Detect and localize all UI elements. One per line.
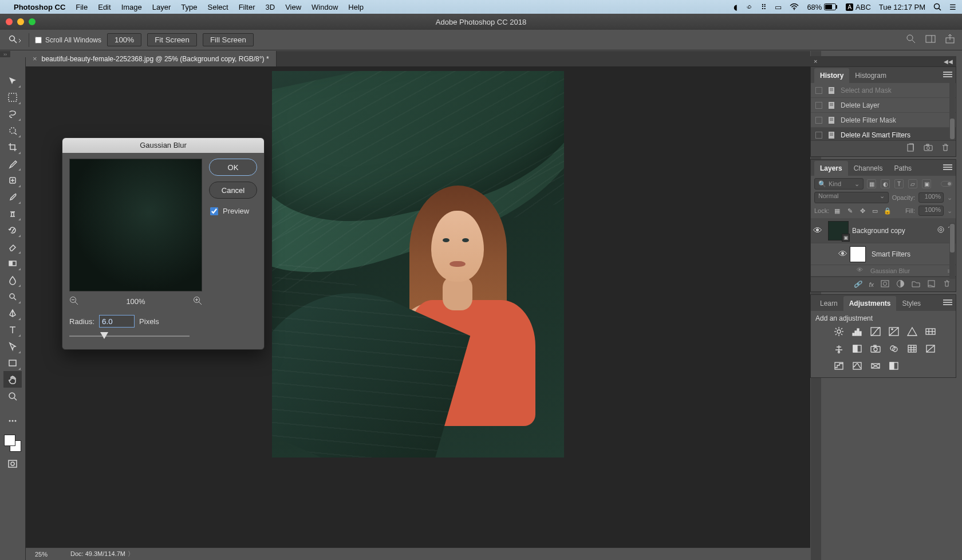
filter-type-icon[interactable]: T: [894, 179, 904, 188]
statusbar-dropbox-icon[interactable]: ⠿: [761, 3, 767, 11]
panel-menu-icon[interactable]: [943, 298, 952, 305]
radius-slider[interactable]: [69, 332, 190, 340]
tab-histogram[interactable]: Histogram: [849, 68, 892, 83]
fill-input[interactable]: 100%: [918, 206, 944, 216]
smart-filter-entry[interactable]: 👁 Gaussian Blur ≡: [811, 265, 956, 277]
statusbar-wifi-icon[interactable]: [790, 3, 799, 10]
link-layers-icon[interactable]: 🔗: [854, 281, 862, 288]
menu-layer[interactable]: Layer: [152, 3, 171, 11]
tab-styles[interactable]: Styles: [896, 296, 926, 311]
history-brush-tool[interactable]: [3, 222, 22, 238]
history-brush-source-checkbox[interactable]: [815, 132, 822, 139]
eyedropper-tool[interactable]: [3, 155, 22, 172]
new-layer-icon[interactable]: [927, 279, 936, 289]
scroll-all-windows-checkbox[interactable]: Scroll All Windows: [35, 36, 101, 44]
filter-pixel-icon[interactable]: ▦: [867, 179, 876, 188]
menu-filter[interactable]: Filter: [239, 3, 255, 11]
menu-help[interactable]: Help: [348, 3, 364, 11]
crop-tool[interactable]: [3, 139, 22, 155]
panel-group-collapse-icon[interactable]: ◀◀: [944, 58, 953, 65]
history-item[interactable]: Select and Mask: [811, 83, 956, 98]
gradient-tool[interactable]: [3, 255, 22, 271]
healing-brush-tool[interactable]: [3, 172, 22, 188]
history-brush-source-checkbox[interactable]: [815, 102, 822, 109]
window-close-button[interactable]: [6, 18, 13, 25]
statusbar-cc-icon[interactable]: ꩜: [746, 3, 753, 11]
tab-learn[interactable]: Learn: [814, 296, 843, 311]
menu-edit[interactable]: Edit: [98, 3, 111, 11]
history-new-doc-icon[interactable]: [906, 143, 916, 155]
adj-channel-mixer-icon[interactable]: [888, 343, 900, 354]
edit-toolbar-icon[interactable]: [3, 412, 22, 429]
document-tab-close-icon[interactable]: ×: [33, 54, 37, 63]
filter-visibility-icon[interactable]: 👁: [857, 266, 866, 275]
history-snapshot-icon[interactable]: [924, 143, 933, 155]
adj-photo-filter-icon[interactable]: [869, 343, 882, 354]
layer-thumbnail[interactable]: ▣: [828, 221, 849, 240]
history-item[interactable]: Delete Layer: [811, 98, 956, 113]
status-zoom[interactable]: 25%: [35, 551, 48, 558]
panel-group-close-icon[interactable]: ×: [814, 58, 817, 65]
delete-layer-icon[interactable]: [943, 279, 951, 289]
opacity-input[interactable]: 100%: [918, 192, 944, 203]
blur-preview-thumbnail[interactable]: [69, 159, 202, 291]
adj-levels-icon[interactable]: [851, 326, 864, 337]
statusbar-airplay-icon[interactable]: ▭: [775, 3, 782, 11]
adj-brightness-icon[interactable]: [833, 326, 845, 337]
tab-paths[interactable]: Paths: [888, 161, 917, 176]
fill-screen-button[interactable]: Fill Screen: [203, 33, 254, 46]
layer-visibility-toggle[interactable]: 👁: [811, 226, 825, 236]
cancel-button[interactable]: Cancel: [209, 182, 257, 199]
history-scrollbar[interactable]: [949, 83, 955, 140]
layers-scrollbar[interactable]: [949, 223, 955, 279]
new-group-icon[interactable]: [912, 279, 920, 289]
hand-tool[interactable]: [3, 371, 22, 388]
history-item[interactable]: Delete All Smart Filters: [811, 128, 956, 140]
adj-curves-icon[interactable]: [869, 326, 882, 337]
lock-artboard-icon[interactable]: ▭: [870, 206, 880, 215]
adj-hue-icon[interactable]: [924, 326, 937, 337]
tab-history[interactable]: History: [814, 68, 849, 83]
statusbar-spotlight-icon[interactable]: [933, 3, 941, 11]
type-tool[interactable]: [3, 321, 22, 338]
lock-transparent-icon[interactable]: ▦: [833, 206, 842, 215]
menu-view[interactable]: View: [285, 3, 301, 11]
menu-file[interactable]: File: [76, 3, 88, 11]
layer-fx-icon[interactable]: fx: [869, 281, 874, 288]
blend-mode-select[interactable]: Normal⌄: [814, 192, 889, 203]
preview-zoom-in-icon[interactable]: [193, 296, 202, 307]
adj-color-lookup-icon[interactable]: [906, 343, 918, 354]
document-tab[interactable]: × beautiful-beauty-female-2252368.jpg @ …: [26, 51, 277, 66]
quick-select-tool[interactable]: [3, 122, 22, 139]
tab-adjustments[interactable]: Adjustments: [843, 296, 897, 311]
lock-all-icon[interactable]: 🔒: [883, 206, 892, 215]
smart-filters-mask-thumbnail[interactable]: [850, 246, 866, 262]
adj-selective-color-icon[interactable]: [888, 360, 900, 372]
preview-checkbox[interactable]: Preview: [210, 207, 257, 215]
zoom-level-button[interactable]: 100%: [107, 33, 141, 46]
window-zoom-button[interactable]: [29, 18, 36, 25]
status-doc-size[interactable]: Doc: 49.3M/114.7M〉: [70, 550, 134, 558]
adj-posterize-icon[interactable]: [833, 360, 845, 372]
statusbar-menu-icon[interactable]: ☰: [949, 3, 956, 11]
panel-menu-icon[interactable]: [943, 70, 952, 77]
history-item[interactable]: Delete Filter Mask: [811, 113, 956, 128]
adj-threshold-icon[interactable]: [851, 360, 864, 372]
statusbar-battery[interactable]: 68%: [807, 3, 838, 11]
history-brush-source-checkbox[interactable]: [815, 87, 822, 94]
history-trash-icon[interactable]: [941, 143, 950, 155]
search-icon[interactable]: [906, 34, 916, 46]
lasso-tool[interactable]: [3, 105, 22, 122]
marquee-tool[interactable]: [3, 89, 22, 105]
clone-stamp-tool[interactable]: [3, 205, 22, 222]
layer-row-background-copy[interactable]: 👁 ▣ Background copy ˆ: [811, 218, 956, 243]
move-tool[interactable]: [3, 72, 22, 89]
menu-select[interactable]: Select: [207, 3, 228, 11]
window-minimize-button[interactable]: [17, 18, 24, 25]
smart-filters-row[interactable]: 👁 Smart Filters: [811, 243, 956, 265]
preview-zoom-out-icon[interactable]: [69, 296, 78, 307]
radius-input[interactable]: [99, 315, 135, 328]
adj-gradient-map-icon[interactable]: [869, 360, 882, 372]
zoom-tool[interactable]: [3, 388, 22, 404]
filter-adjust-icon[interactable]: ◐: [881, 179, 890, 188]
